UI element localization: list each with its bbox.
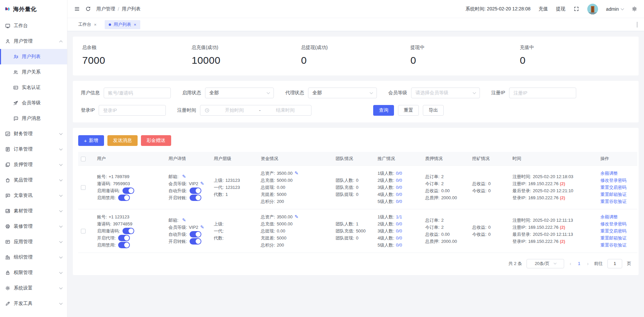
page-size-select[interactable]: 20条/页 (527, 259, 564, 268)
reset-button[interactable]: 重置 (398, 105, 419, 116)
field-value[interactable]: 0/0 (396, 198, 402, 205)
toggle-switch[interactable] (118, 242, 130, 248)
field-value[interactable]: 1/1 (396, 213, 402, 220)
toggle-switch[interactable] (190, 195, 201, 201)
recharge-link[interactable]: 充值 (539, 6, 548, 12)
edit-icon[interactable]: ✎ (295, 213, 299, 220)
login-ip-input[interactable] (99, 105, 166, 116)
tab-user-list[interactable]: 用户列表 × (105, 20, 141, 29)
field-value[interactable]: 0/0 (396, 184, 402, 191)
tab-more-icon[interactable] (637, 22, 637, 27)
action-link[interactable]: 重置邮箱验证 (600, 191, 635, 198)
action-link[interactable]: 余额调整 (600, 170, 635, 177)
sidebar-item[interactable]: 财务管理 (0, 126, 67, 142)
prev-page-icon[interactable]: ‹ (569, 261, 572, 266)
toggle-knob (124, 235, 129, 241)
action-link[interactable]: 重置谷歌验证 (600, 198, 635, 205)
edit-icon[interactable]: ✎ (182, 173, 186, 180)
sidebar-item[interactable]: 质押管理 (0, 157, 67, 172)
sidebar-item[interactable]: 文章资讯 (0, 188, 67, 203)
sidebar-item[interactable]: 组织管理 (0, 250, 67, 265)
page-number[interactable]: 1 (577, 261, 582, 266)
sidebar-item[interactable]: 工作台 (0, 18, 67, 34)
sidebar-item[interactable]: 用户消息 (0, 111, 67, 126)
next-page-icon[interactable]: › (586, 261, 589, 266)
date-range-picker[interactable]: 开始时间 - 结束时间 (200, 105, 311, 116)
action-link[interactable]: 重置交易密码 (600, 184, 635, 191)
monitor-icon (5, 23, 10, 29)
action-link[interactable]: 余额调整 (600, 213, 635, 220)
edit-icon[interactable]: ✎ (200, 180, 204, 187)
field-value[interactable]: 0/0 (396, 177, 402, 184)
gear-icon[interactable] (632, 6, 637, 12)
prize-icon (5, 177, 10, 183)
toggle-switch[interactable] (118, 195, 130, 201)
action-link[interactable]: 修改登录密码 (600, 177, 635, 184)
ip-count-badge[interactable]: (2) (560, 224, 565, 231)
tab-workbench[interactable]: 工作台 × (74, 20, 101, 29)
enable-status-select[interactable]: 全部 (205, 88, 274, 98)
user-info-input[interactable] (104, 88, 171, 98)
toggle-switch[interactable] (118, 235, 130, 241)
sidebar-item[interactable]: 实名认证 (0, 80, 67, 95)
avatar[interactable] (587, 4, 598, 14)
refresh-icon[interactable] (85, 6, 91, 12)
field-value[interactable]: 0/0 (396, 170, 402, 177)
field-value[interactable]: 0/0 (396, 234, 402, 242)
field-value[interactable]: 0/0 (396, 227, 402, 234)
sidebar-item-active[interactable]: 用户列表 (0, 49, 67, 64)
fullscreen-icon[interactable] (574, 6, 579, 12)
toggle-switch[interactable] (190, 238, 201, 245)
field-value[interactable]: 0/0 (396, 242, 402, 249)
sidebar-item[interactable]: 权限管理 (0, 265, 67, 280)
action-link[interactable]: 修改登录密码 (600, 220, 635, 227)
sidebar-item[interactable]: 会员等级 (0, 95, 67, 111)
sidebar-item[interactable]: 系统设置 (0, 280, 67, 296)
search-button[interactable]: 查询 (373, 105, 394, 116)
close-icon[interactable]: × (134, 22, 137, 27)
field-label: 团队人数: (336, 220, 354, 227)
breadcrumb-parent[interactable]: 用户管理 (96, 6, 115, 12)
close-icon[interactable]: × (94, 22, 97, 27)
sidebar-item[interactable]: 素材管理 (0, 203, 67, 219)
select-all-checkbox[interactable] (81, 157, 86, 161)
sidebar-item[interactable]: 订单管理 (0, 142, 67, 157)
member-level-select[interactable]: 请选择会员等级 (411, 88, 480, 98)
edit-icon[interactable]: ✎ (200, 224, 204, 231)
row-checkbox[interactable] (81, 185, 86, 190)
action-link[interactable]: 重置交易密码 (600, 227, 635, 234)
field-value[interactable]: 0/0 (396, 220, 402, 227)
field-value[interactable]: 0/0 (396, 191, 402, 198)
edit-icon[interactable]: ✎ (182, 217, 186, 224)
user-menu[interactable]: admin (606, 6, 624, 12)
export-button[interactable]: 导出 (423, 105, 444, 116)
sidebar-item-label: 财务管理 (14, 131, 56, 137)
sidebar-item[interactable]: 开发工具 (0, 296, 67, 311)
withdraw-link[interactable]: 提现 (556, 6, 565, 12)
ip-count-badge[interactable]: (2) (560, 238, 565, 245)
collapse-menu-icon[interactable] (74, 6, 80, 12)
sidebar-item[interactable]: 装修管理 (0, 219, 67, 234)
row-checkbox[interactable] (81, 229, 86, 233)
sidebar-item[interactable]: 奖品管理 (0, 172, 67, 188)
register-ip-input[interactable] (509, 88, 576, 98)
action-link[interactable]: 重置邮箱验证 (600, 234, 635, 242)
jump-page-input[interactable] (607, 259, 622, 268)
add-button[interactable]: + 新增 (78, 135, 104, 146)
edit-icon[interactable]: ✎ (295, 170, 299, 177)
username: admin (606, 6, 619, 12)
toggle-switch[interactable] (190, 188, 201, 194)
toggle-switch[interactable] (122, 188, 134, 194)
bonus-button[interactable]: 彩金赠送 (141, 135, 171, 146)
sidebar-item[interactable]: 用户管理 (0, 34, 67, 49)
toggle-switch[interactable] (190, 231, 201, 237)
ip-count-badge[interactable]: (2) (560, 180, 565, 187)
field-row: 团队充值:0 (336, 184, 372, 191)
send-message-button[interactable]: 发送消息 (107, 135, 138, 146)
ip-count-badge[interactable]: (2) (560, 194, 565, 201)
agent-status-select[interactable]: 全部 (308, 88, 377, 98)
sidebar-item[interactable]: 应用管理 (0, 234, 67, 250)
action-link[interactable]: 重置谷歌验证 (600, 242, 635, 249)
toggle-switch[interactable] (122, 228, 134, 234)
sidebar-item[interactable]: 用户关系 (0, 64, 67, 80)
